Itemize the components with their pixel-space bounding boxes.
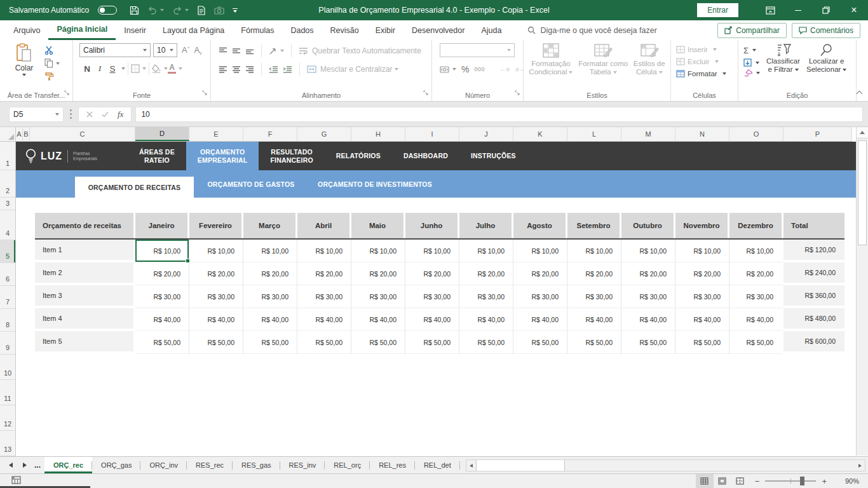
sheet-tab-orc-inv[interactable]: ORÇ_inv [140, 457, 187, 473]
accounting-format-icon[interactable] [440, 65, 456, 74]
value-cell[interactable]: R$ 10,00 [405, 240, 459, 262]
column-header-f[interactable]: F [243, 127, 297, 141]
table-header-junho[interactable]: Junho [405, 213, 459, 238]
column-header-m[interactable]: M [621, 127, 675, 141]
scroll-up-icon[interactable] [857, 127, 868, 139]
ribbon-display-options-icon[interactable] [756, 0, 784, 20]
increase-decimal-icon[interactable]: ←.0 [500, 67, 510, 72]
ribbon-tab-exibir[interactable]: Exibir [367, 20, 403, 40]
value-cell[interactable]: R$ 10,00 [621, 240, 675, 262]
value-cell[interactable]: R$ 10,00 [297, 240, 351, 262]
redo-icon[interactable] [172, 6, 189, 15]
autosave-toggle[interactable] [98, 6, 117, 15]
column-header-c[interactable]: C [30, 127, 135, 141]
page-break-view-button[interactable] [731, 474, 749, 488]
value-cell[interactable]: R$ 40,00 [621, 308, 675, 331]
value-cell[interactable]: R$ 30,00 [297, 285, 351, 308]
row-label-cell[interactable]: Item 2 [35, 262, 135, 285]
value-cell[interactable]: R$ 30,00 [567, 285, 621, 308]
value-cell[interactable]: R$ 50,00 [513, 331, 567, 354]
sheet-tab-res-inv[interactable]: RES_inv [280, 457, 325, 473]
cancel-entry-icon[interactable] [86, 109, 93, 120]
value-cell[interactable]: R$ 30,00 [513, 285, 567, 308]
ribbon-tab-dados[interactable]: Dados [282, 20, 322, 40]
value-cell[interactable]: R$ 40,00 [729, 308, 783, 331]
sheet-tab-res-gas[interactable]: RES_gas [233, 457, 280, 473]
nav-tab-resultado-financeiro[interactable]: RESULTADOFINANCEIRO [259, 142, 324, 170]
sign-in-button[interactable]: Entrar [697, 3, 738, 17]
format-cells-button[interactable]: Formatar [676, 67, 738, 79]
value-cell[interactable]: R$ 20,00 [459, 262, 513, 285]
number-dialog-launcher-icon[interactable] [515, 87, 520, 98]
ribbon-tab-formulas[interactable]: Fórmulas [233, 20, 282, 40]
row-header-6[interactable]: 6 [0, 263, 15, 286]
font-color-icon[interactable]: A [168, 64, 176, 74]
value-cell[interactable]: R$ 40,00 [513, 308, 567, 331]
ribbon-tab-ajuda[interactable]: Ajuda [473, 20, 510, 40]
row-header-11[interactable]: 11 [0, 380, 15, 405]
align-bottom-icon[interactable] [245, 47, 254, 55]
value-cell[interactable]: R$ 10,00 [351, 240, 405, 262]
orientation-icon[interactable] [269, 47, 284, 55]
table-header-marco[interactable]: Março [243, 213, 297, 238]
column-header-d[interactable]: D [135, 127, 189, 141]
save-icon[interactable] [130, 6, 139, 15]
value-cell[interactable]: R$ 40,00 [459, 308, 513, 331]
macro-record-icon[interactable] [11, 475, 22, 487]
value-cell[interactable]: R$ 40,00 [567, 308, 621, 331]
value-cell[interactable]: R$ 20,00 [621, 262, 675, 285]
value-cell[interactable]: R$ 10,00 [729, 240, 783, 262]
value-cell[interactable]: R$ 30,00 [621, 285, 675, 308]
value-cell[interactable]: R$ 30,00 [675, 285, 729, 308]
value-cell[interactable]: R$ 30,00 [459, 285, 513, 308]
table-header-abril[interactable]: Abril [297, 213, 351, 238]
value-cell[interactable]: R$ 10,00 [189, 240, 243, 262]
nav-tab-orcamento-empresarial[interactable]: ORÇAMENTOEMPRESARIAL [186, 142, 259, 170]
ribbon-tab-pagina-inicial[interactable]: Página Inicial [48, 20, 116, 40]
table-header-julho[interactable]: Julho [459, 213, 513, 238]
value-cell[interactable]: R$ 30,00 [351, 285, 405, 308]
nav-tab-relatorios[interactable]: RELATÓRIOS [325, 142, 392, 170]
align-right-icon[interactable] [245, 65, 254, 73]
select-all-corner[interactable] [0, 127, 16, 142]
table-header-agosto[interactable]: Agosto [513, 213, 567, 238]
value-cell[interactable]: R$ 20,00 [297, 262, 351, 285]
restore-button[interactable] [812, 0, 840, 20]
value-cell[interactable]: R$ 50,00 [729, 331, 783, 354]
ribbon-tab-layout-da-pagina[interactable]: Layout da Página [154, 20, 233, 40]
fill-color-icon[interactable] [152, 64, 168, 73]
scroll-right-icon[interactable] [855, 460, 865, 471]
value-cell[interactable]: R$ 20,00 [351, 262, 405, 285]
table-header-outubro[interactable]: Outubro [621, 213, 675, 238]
zoom-slider-thumb[interactable] [800, 477, 804, 485]
minimize-button[interactable] [784, 0, 812, 20]
row-header-8[interactable]: 8 [0, 309, 15, 332]
horizontal-scroll-thumb[interactable] [476, 460, 565, 471]
autosum-icon[interactable] [743, 44, 760, 56]
row-label-cell[interactable]: Item 4 [35, 308, 135, 331]
wrap-text-button[interactable]: Quebrar Texto Automaticamente [299, 46, 421, 55]
confirm-entry-icon[interactable] [102, 109, 109, 120]
borders-icon[interactable] [131, 64, 146, 73]
camera-icon[interactable] [214, 6, 224, 15]
paste-dropdown-icon[interactable] [22, 74, 26, 76]
value-cell[interactable]: R$ 50,00 [297, 331, 351, 354]
sheet-tab-rel-orc[interactable]: REL_orç [325, 457, 370, 473]
value-cell[interactable]: R$ 20,00 [243, 262, 297, 285]
zoom-in-button[interactable]: + [816, 477, 832, 486]
increase-font-icon[interactable]: A [182, 45, 189, 55]
tell-me-search[interactable]: Diga-me o que você deseja fazer [527, 20, 656, 40]
value-cell[interactable]: R$ 10,00 [243, 240, 297, 262]
format-painter-icon[interactable] [44, 72, 60, 81]
value-cell[interactable]: R$ 30,00 [189, 285, 243, 308]
value-cell[interactable]: R$ 50,00 [567, 331, 621, 354]
row-total-cell[interactable]: R$ 600,00 [783, 331, 844, 354]
value-cell[interactable]: R$ 30,00 [405, 285, 459, 308]
page-layout-view-button[interactable] [714, 474, 731, 488]
value-cell[interactable]: R$ 50,00 [189, 331, 243, 354]
value-cell[interactable]: R$ 40,00 [297, 308, 351, 331]
bold-button[interactable]: N [81, 64, 93, 74]
value-cell[interactable]: R$ 10,00 [675, 240, 729, 262]
column-header-j[interactable]: J [459, 127, 513, 141]
normal-view-button[interactable] [696, 474, 714, 488]
